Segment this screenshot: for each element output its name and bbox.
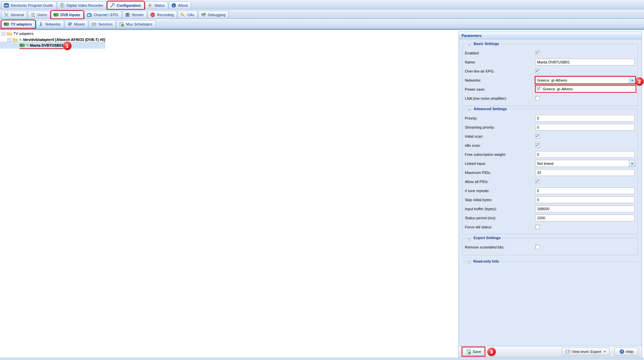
tab-mux-schedulers[interactable]: Mux Schedulers <box>116 20 156 28</box>
tab-stream[interactable]: Stream <box>122 11 147 18</box>
ota-epg-checkbox[interactable] <box>535 69 540 73</box>
tree-node-adapter0[interactable]: /dev/dvb/adapter0 [Afatech AF9033 (DVB-T… <box>7 36 105 43</box>
field-row-tune-repeats: # tune repeats: <box>463 186 638 195</box>
tab-label: About <box>178 3 188 7</box>
field-row-input-buffer: Input buffer (bytes): <box>463 204 638 213</box>
monitor-icon <box>91 21 97 27</box>
parameters-panel-title: Parameters <box>459 32 642 39</box>
networks-combo[interactable] <box>535 77 635 84</box>
field-label: Over-the-air EPG: <box>465 69 535 73</box>
maximum-pids-input[interactable] <box>535 169 635 176</box>
help-button[interactable]: ? Help <box>614 348 638 356</box>
chevron-down-icon[interactable] <box>629 160 635 167</box>
skip-initial-bytes-input[interactable] <box>535 196 635 203</box>
network-option-label: Greece: gr-Athens <box>543 87 573 91</box>
field-label: Maximum PIDs: <box>465 171 535 175</box>
collapse-up-icon[interactable]: ▲ <box>467 235 472 240</box>
tree-node-tv-adapters[interactable]: TV adapters <box>2 30 34 37</box>
tab-channel-epg[interactable]: Channel / EPG <box>84 11 121 18</box>
chevron-down-icon[interactable] <box>629 77 635 84</box>
tab-general[interactable]: General <box>1 11 27 18</box>
svg-text:REC: REC <box>151 14 154 16</box>
save-icon <box>466 349 471 354</box>
tab-about[interactable]: i About <box>169 1 191 9</box>
lna-checkbox[interactable] <box>535 96 540 100</box>
field-row-lna: LNA (low noise amplifier): <box>463 94 638 103</box>
debug-icon <box>201 12 206 17</box>
free-subscription-weight-input[interactable] <box>535 151 635 158</box>
read-only-info-fieldset: ▼ Read-only Info <box>462 261 638 262</box>
tab-networks[interactable]: Networks <box>36 20 64 28</box>
collapse-down-icon[interactable]: ▼ <box>467 259 472 264</box>
enabled-checkbox[interactable] <box>535 51 540 55</box>
tune-repeats-input[interactable] <box>535 187 635 194</box>
force-old-status-checkbox[interactable] <box>535 225 540 229</box>
tab-recording[interactable]: REC Recording <box>148 11 177 18</box>
tab-cas[interactable]: CAs <box>178 11 198 18</box>
users-icon <box>30 12 36 17</box>
eye-icon <box>147 3 153 8</box>
field-row-name: Name: <box>463 57 638 66</box>
network-option-checkbox[interactable] <box>537 87 541 91</box>
linked-input-combo[interactable] <box>535 160 635 167</box>
field-label: Enabled: <box>465 51 535 55</box>
field-row-idle-scan: Idle scan: <box>463 141 638 150</box>
initial-scan-checkbox[interactable] <box>535 134 540 138</box>
remove-scrambled-bits-checkbox[interactable] <box>535 245 540 249</box>
tab-muxes[interactable]: Muxes <box>65 20 88 28</box>
tree-node-label: Manta DVBTUSB01 <box>30 43 63 47</box>
status-period-input[interactable] <box>535 215 635 221</box>
tab-label: Channel / EPG <box>94 13 118 17</box>
annotation-underline: Manta DVBTUSB01 <box>19 43 63 49</box>
collapse-up-icon[interactable]: ▲ <box>467 106 472 111</box>
dvb-inputs-tabbar: TV adapters Networks Muxes Services Mux … <box>0 19 644 28</box>
field-row-enabled: Enabled: <box>463 48 638 57</box>
collapse-toggle-icon[interactable] <box>7 38 11 42</box>
film-icon <box>125 12 130 17</box>
name-input[interactable] <box>535 59 635 65</box>
linked-input-combo-input[interactable] <box>535 160 629 167</box>
idle-scan-checkbox[interactable] <box>535 143 540 147</box>
collapse-toggle-icon[interactable] <box>2 32 5 36</box>
streaming-priority-input[interactable] <box>535 124 635 131</box>
tree-node-label: TV adapters <box>13 32 34 36</box>
field-row-skip-bytes: Skip initial bytes: <box>463 195 638 204</box>
collapse-up-icon[interactable]: ▲ <box>467 41 472 46</box>
annotation-step-3-badge: 3 <box>487 348 496 356</box>
tab-configuration[interactable]: Configuration <box>107 1 144 9</box>
antenna-icon <box>38 21 44 27</box>
annotation-step-2-badge: 2 <box>635 77 644 86</box>
tab-status[interactable]: Status <box>145 1 168 9</box>
svg-text:?: ? <box>621 350 623 353</box>
expert-settings-fieldset: ▲ Expert Settings Remove scrambled bits: <box>462 238 638 255</box>
field-row-networks: Networks: <box>463 76 638 85</box>
field-label: LNA (low noise amplifier): <box>465 96 535 100</box>
view-level-button[interactable]: View level: Expert ▼ <box>562 348 609 356</box>
field-row-allow-all-pids: Allow all PIDs: <box>463 177 638 186</box>
configuration-tabbar: General Users DVB Inputs Channel / EPG S… <box>0 9 644 19</box>
save-button[interactable]: Save <box>463 348 484 356</box>
tab-users[interactable]: Users <box>28 11 50 18</box>
field-label: Idle scan: <box>465 143 535 147</box>
tab-electronic-program-guide[interactable]: EPG Electronic Program Guide <box>1 1 56 9</box>
tab-digital-video-recorder[interactable]: Digital Video Recorder <box>57 1 107 9</box>
priority-input[interactable] <box>535 115 635 122</box>
folder-icon <box>12 37 18 42</box>
networks-combo-input[interactable] <box>535 77 629 84</box>
epg-icon: EPG <box>4 3 9 8</box>
allow-all-pids-checkbox[interactable] <box>535 179 540 184</box>
tab-debugging[interactable]: Debugging <box>198 11 229 18</box>
view-level-label: View level: Expert <box>572 350 601 354</box>
section-title: Expert Settings <box>474 236 501 240</box>
adapter-card-icon <box>53 12 59 17</box>
input-buffer-input[interactable] <box>535 206 635 212</box>
networks-dropdown-option[interactable]: Greece: gr-Athens <box>535 85 636 93</box>
field-label: Name: <box>465 60 535 64</box>
tab-label: Status <box>154 3 165 7</box>
key-icon <box>180 12 185 17</box>
tree-node-manta-tuner[interactable]: Manta DVBTUSB01 <box>14 42 63 49</box>
tab-dvb-inputs[interactable]: DVB Inputs <box>51 11 84 18</box>
tab-tv-adapters[interactable]: TV adapters <box>1 20 35 28</box>
tab-services[interactable]: Services <box>89 20 116 28</box>
section-title: Advanced Settings <box>474 107 507 111</box>
